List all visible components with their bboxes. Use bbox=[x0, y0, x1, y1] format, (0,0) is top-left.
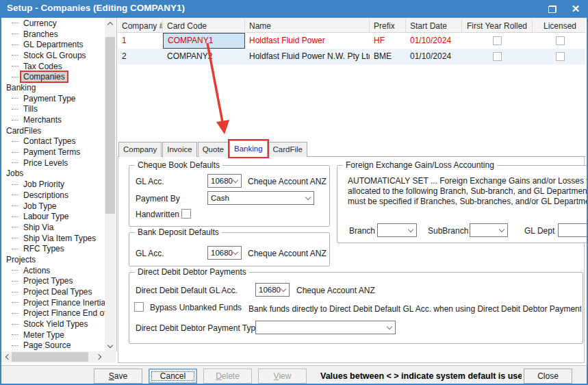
bypass-unbanked-checkbox[interactable] bbox=[134, 302, 144, 312]
scrollbar-thumb[interactable] bbox=[12, 352, 88, 362]
tree-item-label: Ship Via Item Types bbox=[21, 234, 98, 243]
close-button[interactable]: ✕ bbox=[565, 0, 586, 18]
column-header-company[interactable]: Company # bbox=[118, 19, 163, 33]
gl-dept-input[interactable] bbox=[558, 223, 588, 237]
tree-item-project-finance-end-of-term[interactable]: Project Finance End of Term bbox=[1, 308, 105, 319]
tree-item-labour-type[interactable]: Labour Type bbox=[1, 211, 105, 222]
save-button[interactable]: Save bbox=[94, 369, 142, 384]
restore-button[interactable] bbox=[542, 0, 563, 18]
tree-item-price-levels[interactable]: Price Levels bbox=[1, 158, 105, 169]
deposit-gl-acc-combo[interactable]: 10680 bbox=[207, 246, 242, 260]
cell-prefix[interactable]: BME bbox=[370, 49, 406, 64]
close-window-button[interactable]: Close bbox=[524, 369, 572, 384]
tree-item-meter-type[interactable]: Meter Type bbox=[1, 330, 105, 340]
cell-name[interactable]: Holdfast Fluid Power N.W. Pty Ltd bbox=[245, 49, 370, 64]
tree-item-label: Currency bbox=[21, 18, 59, 28]
tree-item-label: Job Priority bbox=[21, 179, 66, 189]
tree-item-contact-types[interactable]: Contact Types bbox=[1, 136, 105, 147]
tab-banking[interactable]: Banking bbox=[229, 140, 268, 157]
column-header-prefix[interactable]: Prefix bbox=[370, 19, 406, 33]
tree-item-payment-terms[interactable]: Payment Terms bbox=[1, 147, 105, 158]
cell-name[interactable]: Holdfast Fluid Power bbox=[245, 33, 370, 49]
cell-prefix[interactable]: HF bbox=[370, 33, 406, 49]
cell-start-date[interactable]: 01/10/2024 bbox=[406, 49, 462, 64]
first-year-rolled-checkbox[interactable] bbox=[493, 36, 502, 45]
dd-payment-type-combo[interactable] bbox=[255, 321, 396, 334]
tab-quote[interactable]: Quote bbox=[198, 142, 229, 157]
column-header-name[interactable]: Name bbox=[245, 19, 370, 33]
cheque-gl-acc-combo[interactable]: 10680 bbox=[207, 174, 242, 188]
cell-card-code[interactable]: COMPANY2 bbox=[163, 49, 245, 64]
tree-item-branches[interactable]: Branches bbox=[1, 29, 105, 40]
view-button[interactable]: View bbox=[258, 369, 307, 384]
scroll-down-icon[interactable] bbox=[105, 340, 116, 351]
cell-company[interactable]: 2 bbox=[118, 49, 163, 64]
handwritten-checkbox[interactable] bbox=[181, 209, 191, 219]
tree-connector bbox=[12, 302, 18, 303]
branch-combo[interactable] bbox=[377, 223, 417, 237]
tree-item-project-finance-inertia[interactable]: Project Finance Inertia bbox=[1, 297, 105, 308]
licensed-checkbox[interactable] bbox=[556, 52, 565, 61]
grid-row-company1[interactable]: 1COMPANY1Holdfast Fluid PowerHF01/10/202… bbox=[118, 33, 585, 49]
tree-item-stock-yield-types[interactable]: Stock Yield Types bbox=[1, 319, 105, 330]
tree-item-gl-departments[interactable]: GL Departments bbox=[1, 39, 105, 50]
column-header-first-year-rolled[interactable]: First Year Rolled bbox=[462, 19, 533, 33]
tab-invoice[interactable]: Invoice bbox=[162, 142, 196, 157]
tree-item-jobs[interactable]: Jobs bbox=[1, 169, 105, 179]
tree-item-page-source[interactable]: Page Source bbox=[1, 340, 105, 351]
cancel-button[interactable]: Cancel bbox=[149, 369, 197, 384]
tree-item-label: CardFiles bbox=[4, 126, 43, 136]
scroll-right-icon[interactable] bbox=[94, 351, 105, 362]
tree-item-job-type[interactable]: Job Type bbox=[1, 201, 105, 212]
scroll-left-icon[interactable] bbox=[1, 351, 12, 362]
delete-button[interactable]: Delete bbox=[203, 369, 252, 384]
tree-item-banking[interactable]: Banking bbox=[1, 82, 105, 93]
cell-company[interactable]: 1 bbox=[118, 33, 163, 49]
licensed-checkbox[interactable] bbox=[556, 36, 565, 45]
tree-item-project-deal-types[interactable]: Project Deal Types bbox=[1, 286, 105, 297]
tree-connector bbox=[12, 34, 18, 34]
tree-item-currency[interactable]: Currency bbox=[1, 18, 105, 29]
tree-item-ship-via-item-types[interactable]: Ship Via Item Types bbox=[1, 233, 105, 244]
tree-item-companies[interactable]: Companies bbox=[1, 71, 105, 82]
tree-item-cardfiles[interactable]: CardFiles bbox=[1, 125, 105, 136]
grid-row-company2[interactable]: 2COMPANY2Holdfast Fluid Power N.W. Pty L… bbox=[118, 49, 585, 64]
group-legend: Bank Deposit Defaults bbox=[135, 227, 222, 237]
scrollbar-thumb[interactable] bbox=[105, 37, 115, 214]
tree-vertical-scrollbar[interactable] bbox=[105, 18, 116, 351]
payment-by-label: Payment By bbox=[136, 194, 180, 203]
column-header-card-code[interactable]: Card Code bbox=[163, 19, 245, 33]
tree-item-actions[interactable]: Actions bbox=[1, 265, 105, 276]
payment-by-combo[interactable]: Cash bbox=[207, 191, 314, 205]
tree-item-payment-type[interactable]: Payment Type bbox=[1, 93, 105, 104]
tree-item-label: Descriptions bbox=[21, 190, 71, 200]
tree-connector bbox=[12, 23, 18, 23]
tree-item-stock-gl-groups[interactable]: Stock GL Groups bbox=[1, 50, 105, 61]
tree-item-projects[interactable]: Projects bbox=[1, 254, 105, 265]
cell-start-date[interactable]: 01/10/2024 bbox=[406, 33, 462, 49]
tab-company[interactable]: Company bbox=[118, 142, 162, 157]
column-header-start-date[interactable]: Start Date bbox=[406, 19, 462, 33]
tree-item-rfc-types[interactable]: RFC Types bbox=[1, 243, 105, 254]
tree-item-label: Tax Codes bbox=[21, 62, 64, 71]
column-header-licensed[interactable]: Licensed bbox=[533, 19, 585, 33]
scroll-up-icon[interactable] bbox=[105, 18, 116, 29]
dd-default-gl-combo[interactable]: 10680 bbox=[255, 283, 290, 297]
first-year-rolled-checkbox[interactable] bbox=[493, 52, 502, 61]
cell-card-code[interactable]: COMPANY1 bbox=[163, 33, 245, 49]
tab-cardfile[interactable]: CardFile bbox=[268, 142, 307, 157]
window-title: Setup - Companies (Editing COMPANY1) bbox=[7, 3, 185, 13]
tree-item-tax-codes[interactable]: Tax Codes bbox=[1, 61, 105, 72]
tree-item-descriptions[interactable]: Descriptions bbox=[1, 190, 105, 201]
tree-item-job-priority[interactable]: Job Priority bbox=[1, 179, 105, 190]
tree-connector bbox=[12, 162, 18, 163]
tree-item-merchants[interactable]: Merchants bbox=[1, 114, 105, 125]
tree-horizontal-scrollbar[interactable] bbox=[1, 351, 105, 362]
subbranch-combo[interactable] bbox=[470, 223, 508, 237]
tree-item-project-types[interactable]: Project Types bbox=[1, 276, 105, 287]
tree-item-ship-via[interactable]: Ship Via bbox=[1, 222, 105, 233]
tree-item-label: Actions bbox=[21, 266, 52, 275]
fx-text-line: AUTOMATICALY SET ... Foreign Exchange Ga… bbox=[348, 176, 588, 186]
tree-item-tills[interactable]: Tills bbox=[1, 104, 105, 115]
tree-item-label: Project Finance End of Term bbox=[21, 308, 105, 318]
